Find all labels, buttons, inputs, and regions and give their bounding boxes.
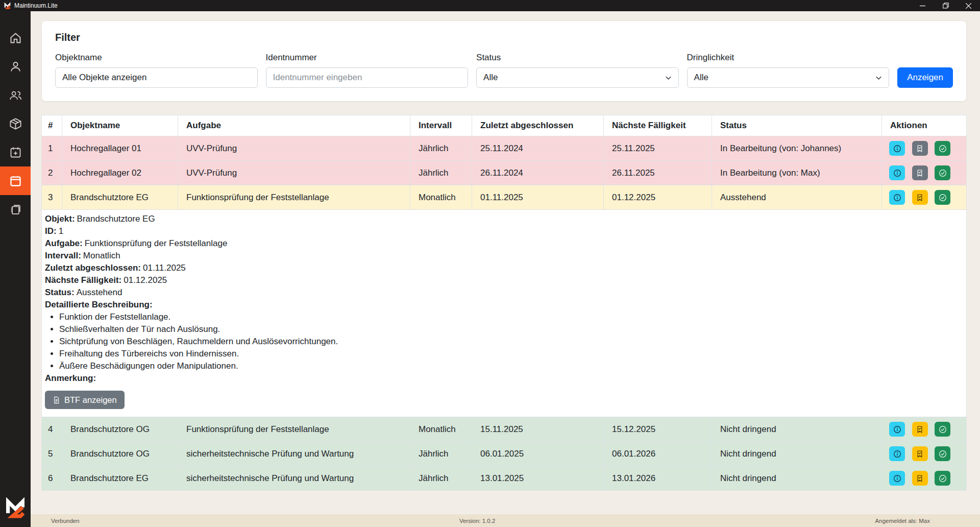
detail-bullets: Funktion der Feststellanlage.Schließverh… <box>50 311 956 372</box>
bookmark-check-icon <box>916 425 924 434</box>
check-circle-icon <box>939 194 947 202</box>
calendar-icon <box>9 174 22 188</box>
cell-num: 5 <box>42 442 62 466</box>
cell-intervall: Monatlich <box>410 417 472 442</box>
complete-button[interactable] <box>935 471 950 486</box>
cell-num: 4 <box>42 417 62 442</box>
restore-icon[interactable] <box>934 0 957 11</box>
bookmark-button[interactable] <box>912 165 928 180</box>
close-icon[interactable] <box>957 0 980 11</box>
detail-description-heading: Detaillierte Beschreibung: <box>45 299 956 311</box>
cell-objektname: Brandschutztore OG <box>62 417 178 442</box>
header-status: Status <box>712 115 882 136</box>
identnummer-input[interactable] <box>266 67 469 88</box>
file-text-icon <box>53 396 60 404</box>
complete-button[interactable] <box>935 422 950 437</box>
detail-lines: Objekt:Brandschutztore EGID:1Aufgabe:Fun… <box>45 213 956 299</box>
cell-objektname: Brandschutztore EG <box>62 185 178 210</box>
table-row[interactable]: 2 Hochregallager 02 UVV-Prüfung Jährlich… <box>42 161 967 185</box>
info-icon <box>893 474 901 483</box>
cell-num: 2 <box>42 161 62 185</box>
complete-button[interactable] <box>935 165 950 180</box>
cell-intervall: Jährlich <box>410 466 472 491</box>
cell-objektname: Hochregallager 02 <box>62 161 178 185</box>
filter-card: Filter Objektname Identnummer Status All… <box>41 20 967 102</box>
detail-bullet: Äußere Beschädigungen oder Manipulatione… <box>59 360 956 372</box>
bookmark-check-icon <box>916 169 924 177</box>
info-button[interactable] <box>889 165 905 180</box>
cell-intervall: Jährlich <box>410 136 472 161</box>
detail-bullet: Schließverhalten der Tür nach Auslösung. <box>59 323 956 336</box>
minimize-icon[interactable] <box>911 0 934 11</box>
btf-anzeigen-button[interactable]: BTF anzeigen <box>45 391 125 409</box>
bookmark-button[interactable] <box>912 190 928 205</box>
header-aktionen: Aktionen <box>882 115 967 136</box>
table-row[interactable]: 5 Brandschutztore OG sicherheitstechnisc… <box>42 442 967 466</box>
app-title: Maintinuum.Lite <box>14 2 58 9</box>
cell-status: Nicht dringend <box>712 442 882 466</box>
anzeigen-button[interactable]: Anzeigen <box>897 67 953 88</box>
sidebar-item-users[interactable] <box>0 81 31 109</box>
bookmark-button[interactable] <box>912 141 928 156</box>
sidebar-item-home[interactable] <box>0 23 31 52</box>
table-row[interactable]: 3 Brandschutztore EG Funktionsprüfung de… <box>42 185 967 210</box>
cell-aufgabe: Funktionsprüfung der Feststellanlage <box>178 417 410 442</box>
cell-objektname: Brandschutztore OG <box>62 442 178 466</box>
cell-num: 1 <box>42 136 62 161</box>
info-button[interactable] <box>889 141 905 156</box>
sidebar-item-new-entry[interactable] <box>0 138 31 166</box>
complete-button[interactable] <box>935 141 950 156</box>
info-icon <box>893 194 901 202</box>
home-icon <box>9 31 22 45</box>
statusbar: Verbunden Version: 1.0.2 Angemeldet als:… <box>31 514 980 527</box>
cell-aufgabe: sicherheitstechnische Prüfung und Wartun… <box>178 466 410 491</box>
sidebar-item-journal[interactable] <box>0 195 31 224</box>
chevron-down-icon <box>875 74 883 82</box>
info-icon <box>893 169 901 177</box>
cell-naechste: 25.11.2025 <box>604 136 712 161</box>
table-row[interactable]: 1 Hochregallager 01 UVV-Prüfung Jährlich… <box>42 136 967 161</box>
cell-aktionen <box>882 185 967 210</box>
status-select[interactable]: Alle <box>476 67 679 88</box>
user-icon <box>9 60 22 74</box>
cell-status: In Bearbeitung (von: Johannes) <box>712 136 882 161</box>
sidebar <box>0 11 31 527</box>
cell-status: Ausstehend <box>712 185 882 210</box>
cell-intervall: Jährlich <box>410 161 472 185</box>
bookmark-button[interactable] <box>912 471 928 486</box>
detail-field: Status:Ausstehend <box>45 286 956 299</box>
cell-zuletzt: 26.11.2024 <box>472 161 604 185</box>
dringlichkeit-select[interactable]: Alle <box>687 67 890 88</box>
detail-bullet: Funktion der Feststellanlage. <box>59 311 956 323</box>
info-button[interactable] <box>889 190 905 205</box>
bookmark-button[interactable] <box>912 422 928 437</box>
info-button[interactable] <box>889 422 905 437</box>
sidebar-item-maintenance-plan[interactable] <box>0 166 31 195</box>
table-row[interactable]: 4 Brandschutztore OG Funktionsprüfung de… <box>42 417 967 442</box>
main-content: Filter Objektname Identnummer Status All… <box>31 11 980 527</box>
cell-zuletzt: 06.01.2025 <box>472 442 604 466</box>
cell-aufgabe: sicherheitstechnische Prüfung und Wartun… <box>178 442 410 466</box>
complete-button[interactable] <box>935 446 950 461</box>
sidebar-item-user[interactable] <box>0 52 31 81</box>
connection-status: Verbunden <box>51 518 80 524</box>
table-row[interactable]: 6 Brandschutztore EG sicherheitstechnisc… <box>42 466 967 491</box>
cell-naechste: 13.01.2026 <box>604 466 712 491</box>
info-icon <box>893 425 901 434</box>
info-button[interactable] <box>889 471 905 486</box>
detail-field: Zuletzt abgeschlossen:01.11.2025 <box>45 262 956 274</box>
cell-objektname: Brandschutztore EG <box>62 466 178 491</box>
detail-bullet: Sichtprüfung von Beschlägen, Rauchmelder… <box>59 336 956 348</box>
cell-zuletzt: 01.11.2025 <box>472 185 604 210</box>
check-circle-icon <box>939 425 947 434</box>
complete-button[interactable] <box>935 190 950 205</box>
cell-status: Nicht dringend <box>712 466 882 491</box>
titlebar: Maintinuum.Lite <box>0 0 980 11</box>
table-body: 1 Hochregallager 01 UVV-Prüfung Jährlich… <box>42 136 967 491</box>
cell-naechste: 15.12.2025 <box>604 417 712 442</box>
bookmark-button[interactable] <box>912 446 928 461</box>
objektname-input[interactable] <box>55 67 258 88</box>
info-button[interactable] <box>889 446 905 461</box>
sidebar-item-objects[interactable] <box>0 109 31 138</box>
filter-field-status: Status Alle <box>476 53 679 88</box>
